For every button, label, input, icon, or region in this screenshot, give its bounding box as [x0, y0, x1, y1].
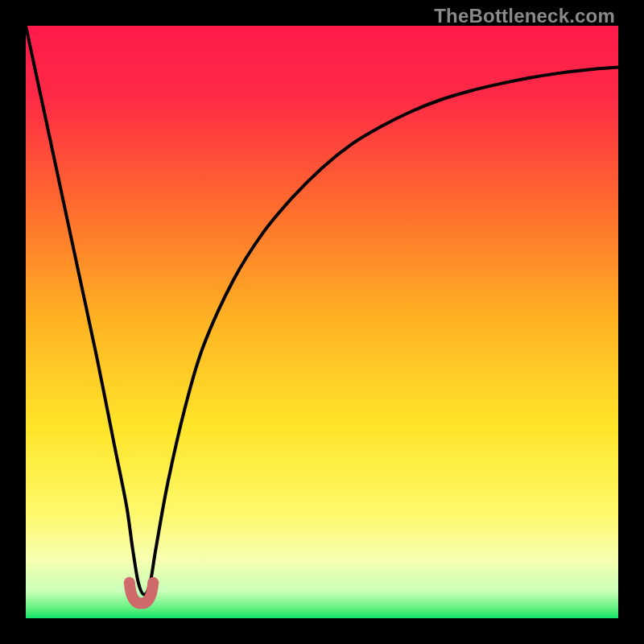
bottleneck-curve [26, 26, 618, 595]
watermark-text: TheBottleneck.com [434, 5, 615, 27]
plot-area [26, 26, 618, 618]
chart-frame: TheBottleneck.com [0, 0, 644, 644]
curve-layer [26, 26, 618, 618]
